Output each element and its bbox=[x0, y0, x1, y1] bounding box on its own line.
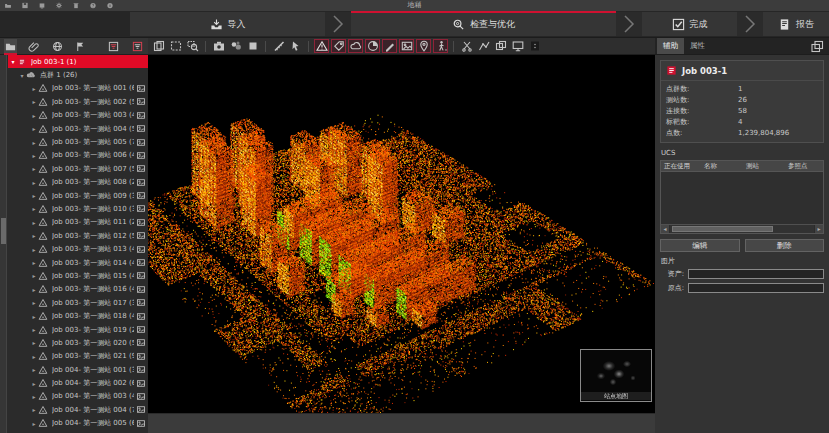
tree-station-24[interactable]: ▸Job 004- 第一测站 003 (4) bbox=[8, 390, 148, 403]
select-window-icon[interactable] bbox=[168, 39, 183, 53]
tree-station-8[interactable]: ▸Job 003- 第一测站 008 (2) bbox=[8, 176, 148, 189]
expand-arrow-icon[interactable]: ▸ bbox=[30, 393, 38, 400]
display-icon[interactable] bbox=[510, 39, 525, 53]
thumbnail-image-icon[interactable] bbox=[136, 419, 146, 428]
tab-assist[interactable]: 辅助 bbox=[657, 38, 684, 54]
location-pin-icon[interactable] bbox=[416, 39, 431, 53]
polyline-icon[interactable] bbox=[476, 39, 491, 53]
expand-arrow-icon[interactable]: ▸ bbox=[30, 112, 38, 119]
expand-arrow-icon[interactable]: ▸ bbox=[30, 299, 38, 306]
tree-station-7[interactable]: ▸Job 003- 第一测站 007 (5) bbox=[8, 162, 148, 175]
edit-button[interactable]: 编辑 bbox=[660, 239, 740, 252]
duplicate-icon[interactable] bbox=[151, 39, 166, 53]
tree-scrollbar-thumb[interactable] bbox=[1, 218, 6, 244]
snapshot-camera-icon[interactable] bbox=[211, 39, 226, 53]
expand-arrow-icon[interactable]: ▸ bbox=[30, 272, 38, 279]
expand-arrow-icon[interactable]: ▸ bbox=[30, 98, 38, 105]
tree-station-25[interactable]: ▸Job 004- 第一测站 004 (7) bbox=[8, 403, 148, 416]
scroll-right-arrow-icon[interactable]: ▸ bbox=[814, 225, 823, 233]
tree-station-10[interactable]: ▸Job 003- 第一测站 010 (3) bbox=[8, 202, 148, 215]
tab-properties[interactable]: 属性 bbox=[684, 38, 711, 54]
segment-pie-icon[interactable] bbox=[365, 39, 380, 53]
thumbnail-image-icon[interactable] bbox=[136, 392, 146, 401]
tree-station-9[interactable]: ▸Job 003- 第一测站 009 (3) bbox=[8, 189, 148, 202]
tree-station-2[interactable]: ▸Job 003- 第一测站 002 (5) bbox=[8, 95, 148, 108]
ucs-column-header[interactable]: 正在使用 bbox=[661, 162, 701, 171]
site-minimap[interactable]: 站点地图 bbox=[580, 349, 652, 402]
zoom-window-icon[interactable] bbox=[185, 39, 200, 53]
thumbnail-image-icon[interactable] bbox=[136, 312, 146, 321]
tree-station-1[interactable]: ▸Job 003- 第一测站 001 (6) bbox=[8, 82, 148, 95]
expand-arrow-icon[interactable]: ▸ bbox=[30, 205, 38, 212]
tree-station-20[interactable]: ▸Job 003- 第一测站 020 (5) bbox=[8, 336, 148, 349]
ucs-horizontal-scrollbar[interactable]: ◂ ▸ bbox=[661, 224, 823, 233]
walkthrough-icon[interactable] bbox=[433, 39, 448, 53]
overflow-dots-icon[interactable] bbox=[527, 39, 542, 53]
thumbnail-image-icon[interactable] bbox=[136, 245, 146, 254]
tree-station-5[interactable]: ▸Job 003- 第一测站 005 (7) bbox=[8, 135, 148, 148]
expand-arrow-icon[interactable]: ▸ bbox=[30, 219, 38, 226]
expand-arrow-icon[interactable]: ▸ bbox=[30, 353, 38, 360]
pick-point-icon[interactable] bbox=[288, 39, 303, 53]
thumbnail-image-icon[interactable] bbox=[136, 151, 146, 160]
render-points-icon[interactable] bbox=[228, 39, 243, 53]
tree-station-17[interactable]: ▸Job 003- 第一测站 017 (3) bbox=[8, 296, 148, 309]
tab-globe[interactable] bbox=[51, 39, 64, 54]
expand-arrow-icon[interactable]: ▸ bbox=[30, 125, 38, 132]
expand-arrow-icon[interactable]: ▸ bbox=[30, 232, 38, 239]
expand-arrow-icon[interactable]: ▸ bbox=[30, 286, 38, 293]
expand-arrow-icon[interactable]: ▸ bbox=[30, 366, 38, 373]
tree-root-job[interactable]: ▾Job 003-1 (1) bbox=[8, 55, 148, 68]
thumbnail-image-icon[interactable] bbox=[136, 352, 146, 361]
tree-station-21[interactable]: ▸Job 003- 第一测站 021 (9) bbox=[8, 350, 148, 363]
ucs-column-header[interactable]: 测站 bbox=[743, 162, 785, 171]
ucs-column-header[interactable]: 名称 bbox=[701, 162, 743, 171]
tree-station-3[interactable]: ▸Job 003- 第一测站 003 (4) bbox=[8, 109, 148, 122]
tree-station-6[interactable]: ▸Job 003- 第一测站 006 (4) bbox=[8, 149, 148, 162]
workflow-step-inspect-optimize[interactable]: 检查与优化 bbox=[351, 12, 616, 36]
thumbnail-image-icon[interactable] bbox=[136, 325, 146, 334]
tree-scrollbar[interactable] bbox=[0, 55, 7, 433]
tree-station-16[interactable]: ▸Job 003- 第一测站 016 (4) bbox=[8, 283, 148, 296]
tab-flag[interactable] bbox=[74, 39, 87, 54]
tree-station-18[interactable]: ▸Job 003- 第一测站 018 (4) bbox=[8, 309, 148, 322]
expand-arrow-icon[interactable]: ▾ bbox=[9, 58, 17, 65]
tree-station-13[interactable]: ▸Job 003- 第一测站 013 (4) bbox=[8, 242, 148, 255]
scrollbar-thumb[interactable] bbox=[672, 226, 773, 232]
expand-arrow-icon[interactable]: ▸ bbox=[30, 326, 38, 333]
tree-station-4[interactable]: ▸Job 003- 第一测站 004 (5) bbox=[8, 122, 148, 135]
tree-station-15[interactable]: ▸Job 003- 第一测站 015 (4) bbox=[8, 269, 148, 282]
filter-a-icon[interactable] bbox=[107, 39, 120, 54]
cloud-icon[interactable] bbox=[348, 39, 363, 53]
thumbnail-image-icon[interactable] bbox=[136, 231, 146, 240]
tab-project-tree[interactable] bbox=[4, 39, 17, 54]
render-solid-icon[interactable] bbox=[245, 39, 260, 53]
thumbnail-image-icon[interactable] bbox=[136, 379, 146, 388]
thumbnail-image-icon[interactable] bbox=[136, 271, 146, 280]
expand-arrow-icon[interactable]: ▸ bbox=[30, 179, 38, 186]
thumbnail-image-icon[interactable] bbox=[136, 164, 146, 173]
thumbnail-image-icon[interactable] bbox=[136, 285, 146, 294]
tree-station-14[interactable]: ▸Job 003- 第一测站 014 (4) bbox=[8, 256, 148, 269]
expand-arrow-icon[interactable]: ▸ bbox=[30, 406, 38, 413]
expand-arrow-icon[interactable]: ▾ bbox=[18, 72, 26, 79]
scrollbar-track[interactable] bbox=[670, 225, 814, 233]
thumbnail-image-icon[interactable] bbox=[136, 204, 146, 213]
tree-station-12[interactable]: ▸Job 003- 第一测站 012 (5) bbox=[8, 229, 148, 242]
annotate-pen-icon[interactable] bbox=[382, 39, 397, 53]
thumbnail-image-icon[interactable] bbox=[136, 124, 146, 133]
tree-station-26[interactable]: ▸Job 004- 第一测站 005 (6) bbox=[8, 417, 148, 430]
thumbnail-image-icon[interactable] bbox=[136, 178, 146, 187]
thumbnail-image-icon[interactable] bbox=[136, 338, 146, 347]
thumbnail-image-icon[interactable] bbox=[136, 258, 146, 267]
thumbnail-image-icon[interactable] bbox=[136, 111, 146, 120]
measure-icon[interactable] bbox=[271, 39, 286, 53]
tree-station-19[interactable]: ▸Job 003- 第一测站 019 (2) bbox=[8, 323, 148, 336]
thumbnail-image-icon[interactable] bbox=[136, 97, 146, 106]
expand-arrow-icon[interactable]: ▸ bbox=[30, 246, 38, 253]
cascade-windows-icon[interactable] bbox=[810, 39, 825, 53]
point-cloud-canvas[interactable] bbox=[148, 55, 655, 413]
tag-icon[interactable] bbox=[331, 39, 346, 53]
delete-button[interactable]: 删除 bbox=[745, 239, 825, 252]
tree-station-11[interactable]: ▸Job 003- 第一测站 011 (2) bbox=[8, 216, 148, 229]
